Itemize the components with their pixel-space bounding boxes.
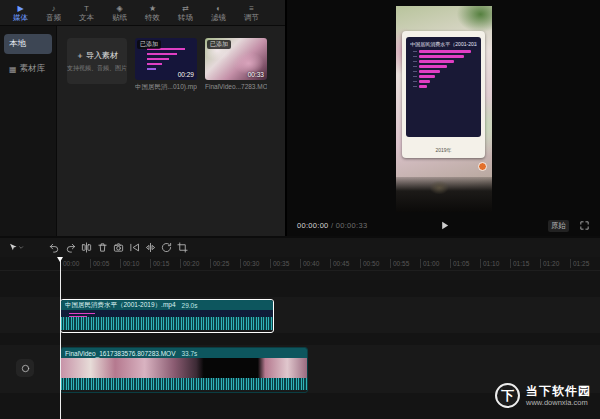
rotate-icon bbox=[161, 242, 172, 253]
tab-filter[interactable]: ◐滤镜 bbox=[202, 4, 235, 22]
watermark-text: 当下软件园 www.downxia.com bbox=[526, 385, 591, 407]
timeline-clip-2[interactable]: FinalVideo_1617383576.807283.MOV 33.7s bbox=[60, 347, 308, 393]
chart-bar bbox=[419, 75, 474, 78]
split-button[interactable] bbox=[78, 240, 94, 255]
import-hint: 支持视频、音频、图片 bbox=[67, 64, 127, 73]
ruler-label: 00:30 bbox=[240, 259, 259, 268]
timeline-body: 00:0000:0500:1000:1500:2000:2500:3000:35… bbox=[0, 257, 600, 419]
video-chart-bars bbox=[410, 50, 476, 88]
delete-icon bbox=[97, 242, 108, 253]
clip-filmstrip bbox=[61, 358, 307, 378]
media-thumbnail[interactable]: 已添加 00:33 bbox=[205, 38, 267, 80]
tab-effects[interactable]: ★特效 bbox=[136, 4, 169, 22]
tab-label: 音频 bbox=[46, 13, 61, 22]
tab-label: 调节 bbox=[244, 13, 259, 22]
duration-label: 00:33 bbox=[248, 71, 264, 78]
tab-sticker[interactable]: ◈贴纸 bbox=[103, 4, 136, 22]
media-panel-body: 本地▦素材库 ＋ 导入素材 支持视频、音频、图片 已添加 00:29 中国居民消… bbox=[0, 26, 285, 236]
import-label: ＋ 导入素材 bbox=[76, 50, 118, 61]
freeze-frame-icon bbox=[113, 242, 124, 253]
media-thumbnail[interactable]: 已添加 00:29 bbox=[135, 38, 197, 80]
freeze-frame-button[interactable] bbox=[110, 240, 126, 255]
video-chart-title: 中国居民消费水平（2001-2018） bbox=[410, 41, 476, 47]
chart-bar bbox=[419, 80, 474, 83]
text-icon: T bbox=[84, 4, 89, 13]
top-section: ▶媒体♪音频T文本◈贴纸★特效⇄转场◐滤镜≡调节 本地▦素材库 ＋ 导入素材 支… bbox=[0, 0, 600, 236]
ruler-label: 00:05 bbox=[90, 259, 109, 268]
video-preview-canvas[interactable]: 中国居民消费水平（2001-2018） 2019年 bbox=[396, 6, 492, 212]
mirror-button[interactable] bbox=[142, 240, 158, 255]
video-chart-card: 中国居民消费水平（2001-2018） bbox=[406, 37, 480, 137]
tab-media[interactable]: ▶媒体 bbox=[4, 4, 37, 22]
import-material-button[interactable]: ＋ 导入素材 支持视频、音频、图片 bbox=[67, 38, 127, 84]
ruler-label: 00:45 bbox=[330, 259, 349, 268]
plus-icon: ＋ bbox=[76, 51, 86, 60]
timeline-ruler[interactable]: 00:0000:0500:1000:1500:2000:2500:3000:35… bbox=[0, 257, 600, 271]
sidebar-item-library[interactable]: ▦素材库 bbox=[4, 59, 52, 79]
delete-button[interactable] bbox=[94, 240, 110, 255]
track-circle-icon bbox=[20, 363, 31, 374]
undo-button[interactable] bbox=[46, 240, 62, 255]
clip-body bbox=[61, 310, 273, 330]
quality-button[interactable]: 原始 bbox=[548, 220, 569, 232]
ruler-label: 01:20 bbox=[540, 259, 559, 268]
play-icon bbox=[439, 220, 450, 231]
ruler-label: 00:20 bbox=[180, 259, 199, 268]
added-badge: 已添加 bbox=[207, 40, 231, 49]
playback-time: 00:00:00 / 00:00:33 bbox=[297, 221, 367, 230]
media-item[interactable]: 已添加 00:29 中国居民消...010).mp4 bbox=[135, 38, 197, 92]
playhead[interactable] bbox=[60, 257, 61, 419]
track-options-button[interactable] bbox=[16, 359, 34, 377]
timeline-clip-1[interactable]: 中国居民消费水平（2001-2019）.mp4 29.0s bbox=[60, 299, 274, 333]
ruler-label: 01:15 bbox=[510, 259, 529, 268]
timeline-toolbar bbox=[0, 238, 600, 258]
media-panel: ▶媒体♪音频T文本◈贴纸★特效⇄转场◐滤镜≡调节 本地▦素材库 ＋ 导入素材 支… bbox=[0, 0, 285, 236]
audio-icon: ♪ bbox=[52, 4, 56, 13]
expand-icon bbox=[579, 220, 590, 231]
tab-adjust[interactable]: ≡调节 bbox=[235, 4, 268, 22]
ruler-label: 01:05 bbox=[450, 259, 469, 268]
transition-icon: ⇄ bbox=[182, 4, 189, 13]
undo-icon bbox=[49, 242, 60, 253]
tab-label: 贴纸 bbox=[112, 13, 127, 22]
duration-label: 00:29 bbox=[178, 71, 194, 78]
ruler-label: 00:25 bbox=[210, 259, 229, 268]
media-row: ＋ 导入素材 支持视频、音频、图片 已添加 00:29 中国居民消...010)… bbox=[67, 38, 275, 92]
chart-bar bbox=[419, 60, 474, 63]
time-separator: / bbox=[331, 221, 333, 230]
mirror-icon bbox=[145, 242, 156, 253]
audio-waveform bbox=[61, 378, 307, 390]
tab-audio[interactable]: ♪音频 bbox=[37, 4, 70, 22]
redo-button[interactable] bbox=[62, 240, 78, 255]
chart-bar bbox=[419, 85, 474, 88]
reverse-icon bbox=[129, 242, 140, 253]
ruler-label: 00:10 bbox=[120, 259, 139, 268]
effects-icon: ★ bbox=[149, 4, 156, 13]
filter-icon: ◐ bbox=[216, 4, 221, 13]
media-item[interactable]: 已添加 00:33 FinalVideo...7283.MOV bbox=[205, 38, 267, 90]
reverse-button[interactable] bbox=[126, 240, 142, 255]
preview-right-controls: 原始 bbox=[548, 218, 592, 233]
ruler-label: 00:50 bbox=[360, 259, 379, 268]
crop-button[interactable] bbox=[174, 240, 190, 255]
chart-bar bbox=[419, 50, 474, 53]
timeline-section: 00:0000:0500:1000:1500:2000:2500:3000:35… bbox=[0, 238, 600, 419]
play-button[interactable] bbox=[438, 219, 452, 233]
select-tool-button[interactable] bbox=[8, 240, 24, 255]
clip-title-bar: 中国居民消费水平（2001-2019）.mp4 29.0s bbox=[61, 300, 273, 310]
video-year-label: 2019年 bbox=[402, 147, 485, 153]
fullscreen-button[interactable] bbox=[576, 218, 592, 233]
sidebar-item-local[interactable]: 本地 bbox=[4, 34, 52, 54]
tab-label: 媒体 bbox=[13, 13, 28, 22]
audio-waveform bbox=[61, 317, 273, 330]
total-time: 00:00:33 bbox=[336, 221, 368, 230]
tab-transition[interactable]: ⇄转场 bbox=[169, 4, 202, 22]
rotate-button[interactable] bbox=[158, 240, 174, 255]
clip-name: FinalVideo_1617383576.807283.MOV bbox=[65, 350, 175, 357]
clip-title-bar: FinalVideo_1617383576.807283.MOV 33.7s bbox=[61, 348, 307, 358]
media-sidebar: 本地▦素材库 bbox=[0, 26, 57, 236]
preview-panel: 中国居民消费水平（2001-2018） 2019年 00:00:00 / 00:… bbox=[287, 0, 600, 236]
tab-bar: ▶媒体♪音频T文本◈贴纸★特效⇄转场◐滤镜≡调节 bbox=[0, 0, 285, 26]
tab-label: 滤镜 bbox=[211, 13, 226, 22]
tab-text[interactable]: T文本 bbox=[70, 4, 103, 22]
